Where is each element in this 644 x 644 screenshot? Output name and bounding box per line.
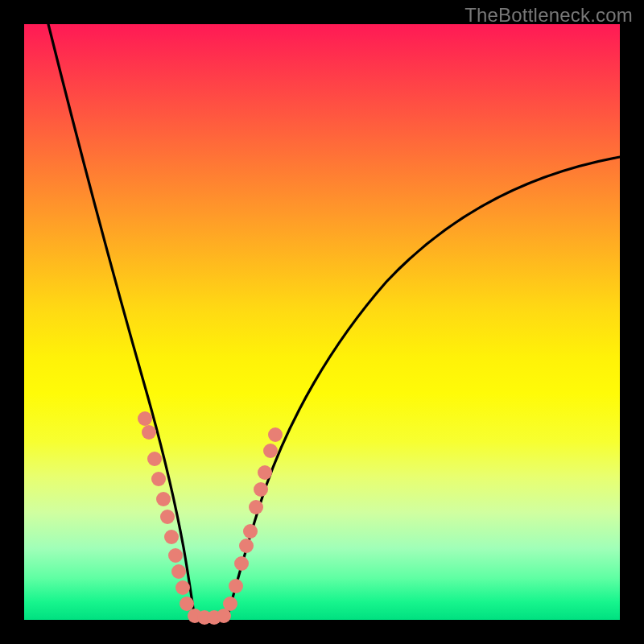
- data-marker: [249, 500, 263, 514]
- data-marker: [138, 411, 152, 426]
- data-marker: [180, 597, 194, 611]
- chart-frame: TheBottleneck.com: [0, 0, 644, 644]
- data-marker: [229, 579, 243, 593]
- data-marker: [234, 556, 249, 571]
- data-marker: [254, 482, 268, 497]
- data-marker: [156, 492, 171, 506]
- curve-layer: [24, 24, 620, 620]
- data-marker: [268, 427, 283, 442]
- data-marker: [142, 425, 156, 440]
- watermark-label: TheBottleneck.com: [464, 4, 633, 27]
- data-marker: [175, 580, 190, 595]
- data-marker: [239, 539, 254, 553]
- data-marker: [168, 548, 183, 563]
- data-marker: [258, 465, 272, 480]
- data-marker: [263, 444, 278, 458]
- data-marker: [223, 597, 237, 611]
- curve-left-branch: [48, 24, 195, 618]
- data-marker: [160, 510, 175, 524]
- data-marker: [243, 524, 258, 539]
- data-marker: [171, 564, 186, 579]
- data-marker: [147, 452, 162, 466]
- data-marker: [164, 530, 179, 544]
- curve-right-branch: [227, 157, 620, 618]
- data-marker: [151, 472, 166, 486]
